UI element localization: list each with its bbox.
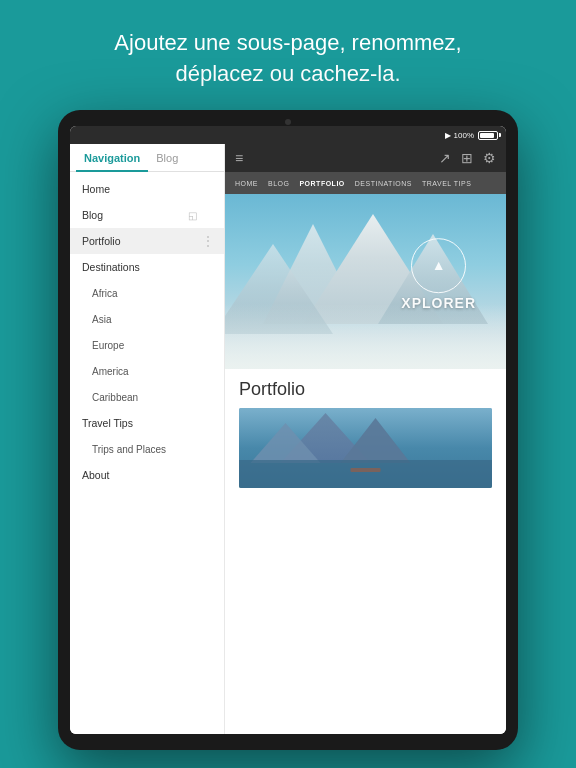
nav-item-destinations[interactable]: Destinations ⋮	[70, 254, 224, 280]
status-bar: ▶ 100%	[70, 126, 506, 144]
settings-icon[interactable]: ⚙	[483, 150, 496, 166]
nav-tabs: Navigation Blog	[70, 144, 224, 172]
xplorer-circle: ▲	[411, 238, 466, 293]
nav-item-about[interactable]: About ⋮	[70, 462, 224, 488]
chart-icon[interactable]: ↗	[439, 150, 451, 166]
nav-items-list: Home ⋮ Blog ◱ ⋮ Portfolio ⋮	[70, 172, 224, 734]
battery-icon	[478, 131, 498, 140]
svg-rect-11	[351, 468, 381, 472]
wifi-text: ▶ 100%	[445, 131, 474, 140]
site-panel: ≡ ↗ ⊞ ⚙ HOME BLOG PORTFOLIO DESTINATIONS…	[225, 144, 506, 734]
screen-content: Navigation Blog Home ⋮ Blog ◱ ⋮	[70, 144, 506, 734]
store-icon[interactable]: ⊞	[461, 150, 473, 166]
header-line1: Ajoutez une sous-page, renommez,	[40, 28, 536, 59]
nav-item-tripsandplaces-label: Trips and Places	[92, 444, 166, 455]
tab-navigation[interactable]: Navigation	[76, 144, 148, 172]
nav-item-blog[interactable]: Blog ◱ ⋮	[70, 202, 224, 228]
nav-item-africa[interactable]: Africa ⋮	[70, 280, 224, 306]
content-section: Portfolio	[225, 369, 506, 734]
tablet-device: ▶ 100% Navigation Blog Home ⋮	[58, 110, 518, 750]
nav-item-traveltips-label: Travel Tips	[82, 417, 133, 429]
nav-item-destinations-label: Destinations	[82, 261, 140, 273]
nav-panel: Navigation Blog Home ⋮ Blog ◱ ⋮	[70, 144, 225, 734]
site-nav-traveltips[interactable]: TRAVEL TIPS	[422, 180, 471, 187]
nav-item-europe[interactable]: Europe ⋮	[70, 332, 224, 358]
site-nav-blog[interactable]: BLOG	[268, 180, 289, 187]
nav-item-home[interactable]: Home ⋮	[70, 176, 224, 202]
hero-section: ▲ XPLORER	[225, 194, 506, 369]
nav-item-portfolio-label: Portfolio	[82, 235, 121, 247]
dots-icon-portfolio[interactable]: ⋮	[202, 234, 214, 248]
nav-item-caribbean-label: Caribbean	[92, 392, 138, 403]
site-nav-destinations[interactable]: DESTINATIONS	[355, 180, 412, 187]
nav-item-about-label: About	[82, 469, 109, 481]
header-line2: déplacez ou cachez-la.	[40, 59, 536, 90]
tab-blog[interactable]: Blog	[148, 144, 186, 172]
site-navbar: HOME BLOG PORTFOLIO DESTINATIONS TRAVEL …	[225, 172, 506, 194]
portfolio-title: Portfolio	[239, 379, 492, 400]
svg-rect-10	[239, 460, 492, 488]
mountain-icon: ▲	[432, 257, 446, 273]
nav-item-asia-label: Asia	[92, 314, 111, 325]
svg-rect-5	[225, 304, 506, 369]
nav-item-asia[interactable]: Asia ⋮	[70, 306, 224, 332]
portfolio-preview-image	[239, 408, 492, 488]
xplorer-logo: ▲ XPLORER	[401, 238, 476, 311]
nav-item-caribbean[interactable]: Caribbean ⋮	[70, 384, 224, 410]
nav-item-blog-label: Blog	[82, 209, 103, 221]
menu-icon[interactable]: ≡	[235, 150, 243, 166]
app-header: Ajoutez une sous-page, renommez, déplace…	[0, 0, 576, 110]
nav-item-tripsandplaces[interactable]: Trips and Places ⋮	[70, 436, 224, 462]
nav-item-home-label: Home	[82, 183, 110, 195]
tablet-screen: ▶ 100% Navigation Blog Home ⋮	[70, 126, 506, 734]
nav-item-america-label: America	[92, 366, 129, 377]
nav-item-europe-label: Europe	[92, 340, 124, 351]
nav-item-africa-label: Africa	[92, 288, 118, 299]
nav-item-portfolio[interactable]: Portfolio ⋮	[70, 228, 224, 254]
nav-item-traveltips[interactable]: Travel Tips ⋮	[70, 410, 224, 436]
xplorer-text: XPLORER	[401, 295, 476, 311]
portfolio-image-svg	[239, 408, 492, 488]
site-nav-portfolio[interactable]: PORTFOLIO	[299, 180, 344, 187]
site-nav-home[interactable]: HOME	[235, 180, 258, 187]
blog-icon: ◱	[188, 210, 197, 221]
nav-item-america[interactable]: America ⋮	[70, 358, 224, 384]
site-toolbar: ≡ ↗ ⊞ ⚙	[225, 144, 506, 172]
